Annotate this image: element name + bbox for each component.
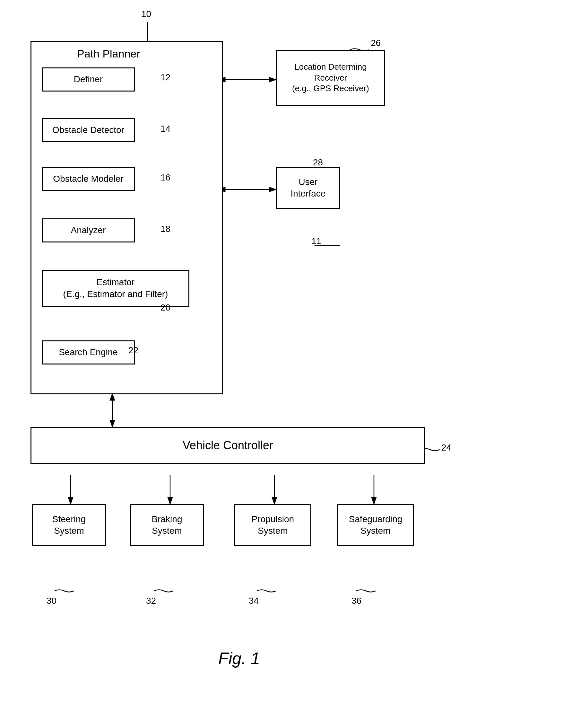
figure-label: Fig. 1	[218, 649, 260, 668]
analyzer-label: Analyzer	[71, 225, 106, 236]
ref-32: 32	[146, 596, 156, 606]
ref-14: 14	[160, 124, 170, 134]
obstacle-detector-label: Obstacle Detector	[52, 124, 124, 136]
ref-12: 12	[160, 72, 170, 83]
ref-34: 34	[249, 596, 259, 606]
ref-10: 10	[141, 9, 151, 19]
safeguarding-system-label: Safeguarding System	[349, 513, 403, 537]
ref-22: 22	[128, 345, 138, 355]
diagram-container: 10 Path Planner Definer 12 Obstacle Dete…	[0, 0, 588, 702]
steering-system-box: Steering System	[32, 504, 106, 546]
search-engine-box: Search Engine	[42, 340, 135, 364]
ref-18: 18	[160, 224, 170, 234]
ref-28: 28	[313, 157, 323, 167]
user-interface-box: User Interface	[276, 167, 340, 209]
ref-30: 30	[46, 596, 56, 606]
safeguarding-system-box: Safeguarding System	[337, 504, 414, 546]
ref-16: 16	[160, 172, 170, 183]
search-engine-label: Search Engine	[59, 347, 118, 358]
definer-label: Definer	[74, 74, 103, 85]
path-planner-title: Path Planner	[77, 47, 140, 60]
estimator-box: Estimator (E.g., Estimator and Filter)	[42, 270, 189, 307]
estimator-label: Estimator (E.g., Estimator and Filter)	[63, 276, 168, 300]
braking-system-box: Braking System	[130, 504, 204, 546]
obstacle-modeler-label: Obstacle Modeler	[53, 173, 123, 185]
ref-36: 36	[351, 596, 361, 606]
analyzer-box: Analyzer	[42, 218, 135, 242]
location-receiver-label: Location Determing Receiver (e.g., GPS R…	[292, 62, 369, 94]
vehicle-controller-box: Vehicle Controller	[30, 427, 425, 464]
obstacle-detector-box: Obstacle Detector	[42, 118, 135, 142]
braking-system-label: Braking System	[152, 513, 182, 537]
vehicle-controller-label: Vehicle Controller	[183, 438, 273, 453]
user-interface-label: User Interface	[291, 176, 326, 200]
ref-26: 26	[371, 38, 381, 48]
ref-11: 11	[311, 236, 321, 246]
propulsion-system-box: Propulsion System	[234, 504, 311, 546]
obstacle-modeler-box: Obstacle Modeler	[42, 167, 135, 191]
location-receiver-box: Location Determing Receiver (e.g., GPS R…	[276, 50, 385, 106]
steering-system-label: Steering System	[52, 513, 86, 537]
ref-24: 24	[441, 443, 451, 453]
ref-20: 20	[160, 303, 170, 313]
definer-box: Definer	[42, 68, 135, 92]
propulsion-system-label: Propulsion System	[252, 513, 294, 537]
